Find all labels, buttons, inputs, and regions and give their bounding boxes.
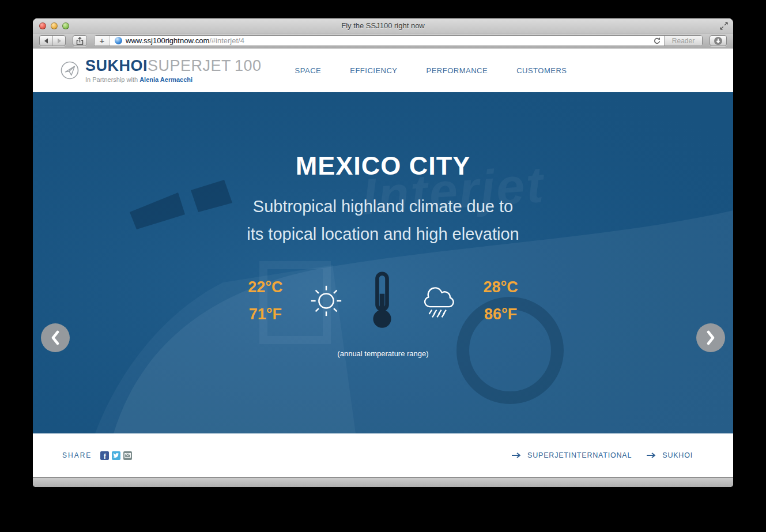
chevron-right-icon: [705, 330, 716, 345]
temperature-range-row: 22°C 71°F: [33, 271, 733, 331]
reader-button[interactable]: Reader: [664, 36, 702, 46]
site-header: SUKHOISUPERJET100 In Partnership with Al…: [33, 48, 733, 92]
nav-item-performance[interactable]: PERFORMANCE: [427, 66, 488, 75]
reader-label: Reader: [672, 37, 695, 45]
nav-item-efficiency[interactable]: EFFICIENCY: [350, 66, 397, 75]
history-nav-group: [39, 35, 66, 46]
temp-low-celsius: 22°C: [248, 274, 282, 301]
facebook-icon[interactable]: f: [100, 451, 109, 460]
brand-title: SUKHOISUPERJET100: [85, 58, 262, 74]
titlebar: Fly the SSJ100 right now: [33, 18, 733, 33]
browser-toolbar: + www.ssj100rightnow.com/#interjet/4 Rea…: [33, 33, 733, 48]
downloads-button[interactable]: [710, 35, 727, 46]
address-bar[interactable]: + www.ssj100rightnow.com/#interjet/4 Rea…: [94, 35, 703, 46]
site-favicon-globe-icon: [115, 37, 122, 44]
back-icon: [43, 37, 49, 44]
back-button[interactable]: [40, 36, 52, 46]
web-page: SUKHOISUPERJET100 In Partnership with Al…: [33, 48, 733, 477]
brand-sukhoi: SUKHOI: [85, 57, 148, 74]
brand-partnership: In Partnership with Alenia Aermacchi: [85, 76, 262, 83]
url-host: www.ssj100rightnow.com: [126, 36, 209, 45]
url-path: /#interjet/4: [209, 36, 244, 45]
window-title: Fly the SSJ100 right now: [33, 21, 733, 30]
temp-high-fahrenheit: 86°F: [484, 301, 518, 328]
carousel-next-button[interactable]: [696, 323, 725, 352]
download-icon: [714, 36, 723, 46]
city-title: MEXICO CITY: [33, 92, 733, 181]
site-footer: SHARE f: [33, 433, 733, 477]
brand-100: 100: [235, 57, 262, 74]
link-label: SUPERJETINTERNATIONAL: [527, 451, 632, 459]
twitter-bird-glyph: [113, 452, 119, 458]
nav-item-space[interactable]: SPACE: [295, 66, 322, 75]
arrow-right-icon: [647, 452, 656, 458]
brand-superjet: SUPERJET: [148, 57, 231, 74]
forward-icon: [56, 37, 62, 44]
sukhoi-logo-paper-plane-icon[interactable]: [61, 61, 79, 80]
temp-high: 28°C 86°F: [484, 274, 518, 328]
link-sukhoi[interactable]: SUKHOI: [647, 451, 693, 459]
partnership-prefix: In Partnership with: [85, 76, 139, 83]
add-bookmark-button[interactable]: +: [95, 36, 110, 46]
climate-subtitle-line1: Subtropical highland climate due to: [33, 193, 733, 220]
share-label: SHARE: [62, 451, 92, 459]
thermometer-icon: [369, 271, 395, 331]
temp-low: 22°C 71°F: [248, 274, 282, 328]
minimize-window-button[interactable]: [51, 22, 58, 29]
fullscreen-icon[interactable]: [720, 22, 728, 30]
climate-subtitle-line2: its topical location and high elevation: [33, 220, 733, 248]
share-icon: [76, 37, 84, 45]
forward-button[interactable]: [52, 36, 65, 46]
link-superjetinternational[interactable]: SUPERJETINTERNATIONAL: [512, 451, 632, 459]
hero-content: MEXICO CITY Subtropical highland climate…: [33, 92, 733, 358]
partnership-partner: Alenia Aermacchi: [139, 76, 193, 83]
temp-high-celsius: 28°C: [484, 274, 518, 301]
arrow-right-icon: [512, 452, 522, 458]
nav-item-customers[interactable]: CUSTOMERS: [516, 66, 567, 75]
close-window-button[interactable]: [39, 22, 46, 29]
facebook-f-glyph: f: [104, 453, 106, 460]
browser-window: Fly the SSJ100 right now: [33, 18, 733, 487]
refresh-button[interactable]: [653, 37, 661, 45]
brand-block[interactable]: SUKHOISUPERJET100 In Partnership with Al…: [85, 58, 262, 83]
refresh-icon: [653, 37, 661, 45]
twitter-icon[interactable]: [112, 451, 120, 460]
link-label: SUKHOI: [662, 451, 693, 459]
zoom-window-button[interactable]: [62, 22, 69, 29]
share-button[interactable]: [73, 35, 87, 46]
sun-icon: [308, 283, 344, 319]
annual-range-note: (annual temperature range): [33, 349, 733, 358]
share-icons: f: [100, 451, 132, 460]
envelope-glyph: [124, 453, 131, 458]
email-icon[interactable]: [123, 451, 132, 460]
traffic-lights: [39, 22, 69, 29]
hero-slide: Interjet MEXICO CITY Subtropical highlan…: [33, 92, 733, 433]
plus-icon: +: [100, 36, 105, 45]
carousel-prev-button[interactable]: [41, 323, 70, 352]
window-bottom-bar: [33, 477, 733, 487]
temp-low-fahrenheit: 71°F: [248, 301, 282, 328]
footer-links: SUPERJETINTERNATIONAL SUKHOI: [512, 451, 693, 459]
rain-cloud-icon: [420, 284, 458, 318]
chevron-left-icon: [50, 330, 61, 345]
climate-subtitle: Subtropical highland climate due to its …: [33, 193, 733, 248]
main-nav: SPACE EFFICIENCY PERFORMANCE CUSTOMERS: [295, 66, 567, 75]
